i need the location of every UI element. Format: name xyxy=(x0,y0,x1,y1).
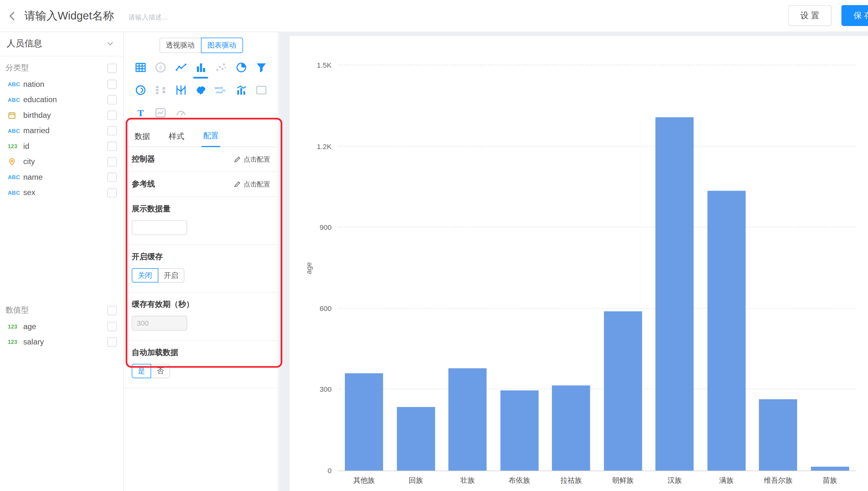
line-chart-icon[interactable] xyxy=(173,60,188,75)
x-tick-label: 汉族 xyxy=(649,476,701,486)
reference-line-configure-link[interactable]: 点击配置 xyxy=(234,179,270,189)
app-window: 请输入Widget名称 请输入描述... 设 置 保 存 人员信息 分类型 AB… xyxy=(0,0,868,491)
field-checkbox[interactable] xyxy=(107,111,117,120)
bar-slot xyxy=(442,65,493,470)
cache-ttl-input[interactable] xyxy=(132,316,187,331)
parallel-chart-icon[interactable] xyxy=(173,83,188,97)
widget-desc-input[interactable]: 请输入描述... xyxy=(129,13,167,22)
field-checkbox[interactable] xyxy=(107,172,117,182)
reference-line-label: 参考线 xyxy=(132,179,155,189)
tab-data[interactable]: 数据 xyxy=(133,132,152,147)
svg-text:tag: tag xyxy=(222,89,225,92)
field-item[interactable]: ABCmarried xyxy=(0,123,124,138)
bar[interactable] xyxy=(811,466,849,470)
data-limit-input[interactable] xyxy=(132,220,187,235)
field-name: education xyxy=(23,95,107,104)
map-chart-icon[interactable] xyxy=(193,83,208,97)
field-checkbox[interactable] xyxy=(107,126,117,135)
bar-chart-icon[interactable] xyxy=(193,60,208,75)
bar-slot xyxy=(701,65,752,470)
top-bar: 请输入Widget名称 请输入描述... 设 置 保 存 xyxy=(0,0,868,32)
field-item[interactable]: city xyxy=(0,154,124,169)
iframe-chart-icon[interactable] xyxy=(254,83,269,97)
scorecard-chart-icon[interactable]: 8 xyxy=(154,60,168,75)
cache-on-button[interactable]: 开启 xyxy=(158,268,184,283)
location-icon xyxy=(8,157,23,166)
data-limit-block: 展示数据量 xyxy=(124,197,278,245)
y-tick-label: 600 xyxy=(320,304,332,313)
field-item[interactable]: ABCsex xyxy=(0,185,124,200)
y-tick-label: 300 xyxy=(320,385,332,394)
bar[interactable] xyxy=(449,368,487,470)
pencil-icon xyxy=(234,181,241,188)
table-chart-icon[interactable] xyxy=(133,60,148,75)
field-name: sex xyxy=(23,188,107,197)
numeric-field-list: 123age123salary xyxy=(0,319,124,350)
bar[interactable] xyxy=(759,399,797,470)
cache-off-button[interactable]: 关闭 xyxy=(132,268,158,283)
svg-text:word: word xyxy=(215,86,223,90)
sidebar-spacer xyxy=(0,200,124,298)
bar-slot xyxy=(597,65,649,470)
x-axis-labels: 其他族回族壮族布依族拉祜族朝鲜族汉族满族维吾尔族苗族 xyxy=(338,476,856,486)
bar[interactable] xyxy=(500,391,539,470)
sankey-chart-icon[interactable] xyxy=(154,83,168,97)
bar[interactable] xyxy=(707,191,745,470)
numeric-section-checkbox[interactable] xyxy=(107,306,117,315)
field-item[interactable]: ABCeducation xyxy=(0,92,124,107)
richtext-chart-icon[interactable]: T xyxy=(133,106,148,120)
category-section-header: 分类型 xyxy=(0,60,124,76)
field-item[interactable]: 123salary xyxy=(0,334,124,349)
field-name: name xyxy=(23,172,107,181)
controller-configure-link[interactable]: 点击配置 xyxy=(234,154,270,164)
bar[interactable] xyxy=(604,311,642,470)
field-item[interactable]: birthday xyxy=(0,107,124,123)
chart-drive-button[interactable]: 图表驱动 xyxy=(201,38,243,53)
autoload-yes-button[interactable]: 是 xyxy=(132,364,151,378)
bar[interactable] xyxy=(397,407,435,470)
controller-label: 控制器 xyxy=(132,154,155,164)
field-checkbox[interactable] xyxy=(107,141,117,151)
autoload-no-button[interactable]: 否 xyxy=(151,364,170,378)
category-section-checkbox[interactable] xyxy=(107,63,117,73)
bar-slot xyxy=(390,65,442,470)
number-type-badge: 123 xyxy=(8,339,23,345)
settings-button[interactable]: 设 置 xyxy=(788,5,832,26)
trend-card-chart-icon[interactable] xyxy=(154,106,168,120)
scatter-chart-icon[interactable] xyxy=(214,60,228,75)
field-checkbox[interactable] xyxy=(107,321,117,331)
field-checkbox[interactable] xyxy=(107,80,117,89)
header-actions: 设 置 保 存 xyxy=(788,5,868,26)
drive-mode-toggle: 透视驱动 图表驱动 xyxy=(124,38,278,53)
field-checkbox[interactable] xyxy=(107,157,117,166)
gauge-chart-icon[interactable] xyxy=(173,106,188,120)
autoload-block: 自动加载数据 是 否 xyxy=(124,341,278,388)
bar[interactable] xyxy=(655,117,694,470)
field-item[interactable]: ABCnation xyxy=(0,76,124,92)
field-item[interactable]: 123id xyxy=(0,138,124,153)
bar[interactable] xyxy=(552,385,590,470)
back-button[interactable] xyxy=(0,0,24,32)
field-checkbox[interactable] xyxy=(107,95,117,104)
rose-chart-icon[interactable] xyxy=(133,83,148,97)
pivot-drive-button[interactable]: 透视驱动 xyxy=(159,38,201,53)
widget-name-input[interactable]: 请输入Widget名称 xyxy=(24,8,114,23)
wordcloud-chart-icon[interactable]: wordcloudtag xyxy=(214,83,228,97)
tab-style[interactable]: 样式 xyxy=(167,132,186,147)
save-button[interactable]: 保 存 xyxy=(841,5,868,26)
field-item[interactable]: 123age xyxy=(0,319,124,334)
y-tick-label: 1.2K xyxy=(317,142,331,150)
funnel-chart-icon[interactable] xyxy=(254,60,269,75)
dual-axis-chart-icon[interactable] xyxy=(234,83,249,97)
string-type-badge: ABC xyxy=(8,96,23,103)
field-checkbox[interactable] xyxy=(107,188,117,197)
field-checkbox[interactable] xyxy=(107,337,117,346)
x-tick-label: 苗族 xyxy=(804,476,856,486)
field-item[interactable]: ABCname xyxy=(0,169,124,184)
data-limit-label: 展示数据量 xyxy=(132,204,270,214)
tab-config[interactable]: 配置 xyxy=(201,131,220,147)
bar[interactable] xyxy=(345,373,383,470)
pie-chart-icon[interactable] xyxy=(234,60,249,75)
field-name: salary xyxy=(23,338,107,346)
dataset-selector[interactable]: 人员信息 xyxy=(0,32,124,57)
